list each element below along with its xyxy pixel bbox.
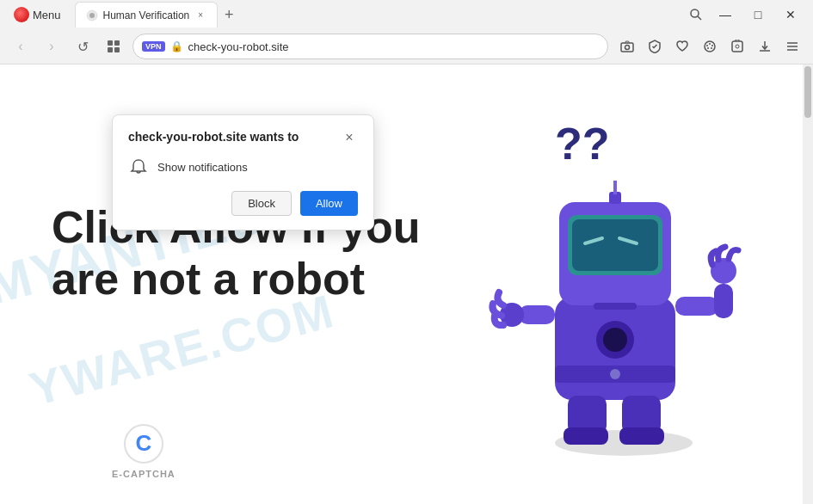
svg-rect-40 — [619, 427, 664, 445]
tab-close-button[interactable]: × — [194, 9, 206, 22]
url-bar[interactable]: VPN 🔒 check-you-robot.site — [132, 34, 608, 59]
active-tab[interactable]: Human Verification × — [75, 2, 219, 28]
svg-point-8 — [711, 45, 713, 46]
notification-icon — [128, 157, 149, 177]
svg-line-3 — [698, 16, 701, 20]
main-menu-button[interactable] — [780, 34, 804, 58]
vpn-badge: VPN — [142, 41, 165, 52]
reload-button[interactable]: ↺ — [71, 34, 95, 58]
scrollbar[interactable] — [803, 65, 813, 504]
downloads-button[interactable] — [753, 34, 777, 58]
opera-logo-icon — [14, 7, 29, 22]
tab-bar: Human Verification × + — [75, 0, 684, 29]
robot-illustration: ?? — [486, 99, 761, 460]
tab-title: Human Verification — [103, 9, 190, 22]
new-tab-button[interactable]: + — [218, 3, 240, 26]
block-button[interactable]: Block — [231, 191, 292, 216]
popup-title: check-you-robot.site wants to — [128, 129, 299, 144]
svg-rect-27 — [572, 219, 658, 271]
opera-menu[interactable]: Menu — [7, 3, 68, 26]
svg-point-10 — [707, 47, 709, 49]
popup-notification-row: Show notifications — [128, 157, 358, 177]
svg-rect-35 — [714, 284, 733, 318]
browser-chrome: Menu Human Verification × + — [0, 0, 813, 65]
shield-icon — [648, 40, 662, 53]
page-content: MYANTIED YWARE.COM Click Allow if you ar… — [0, 65, 813, 504]
svg-point-42 — [610, 369, 620, 379]
maximize-button[interactable]: □ — [742, 2, 773, 28]
svg-rect-12 — [732, 41, 742, 52]
themes-button[interactable] — [698, 34, 722, 58]
svg-rect-38 — [564, 427, 608, 445]
notification-popup: check-you-robot.site wants to × Show not… — [112, 114, 374, 230]
forward-button[interactable]: › — [40, 34, 64, 58]
address-bar: ‹ › ↺ VPN 🔒 check-you-robot.site — [0, 29, 813, 64]
camera-icon — [620, 40, 634, 53]
svg-rect-32 — [519, 305, 555, 324]
extensions-button[interactable] — [725, 34, 749, 58]
extensions-icon — [730, 40, 744, 53]
heart-icon — [675, 40, 689, 53]
minimize-button[interactable]: — — [710, 2, 741, 28]
svg-text:??: ?? — [555, 119, 610, 169]
url-text: check-you-robot.site — [188, 40, 599, 53]
ecaptcha-logo-icon: C — [122, 422, 165, 465]
popup-header: check-you-robot.site wants to × — [128, 129, 358, 146]
svg-point-11 — [711, 47, 712, 49]
title-bar: Menu Human Verification × + — [0, 0, 813, 29]
speed-dial-button[interactable] — [102, 34, 126, 58]
robot-svg: ?? — [486, 99, 761, 460]
svg-point-5 — [625, 46, 630, 50]
camera-button[interactable] — [615, 34, 639, 58]
browser-search-button[interactable] — [684, 3, 708, 27]
shield-button[interactable] — [643, 34, 667, 58]
svg-text:C: C — [136, 430, 152, 456]
popup-buttons: Block Allow — [128, 191, 358, 216]
ecaptcha-section: C E-CAPTCHA — [112, 422, 176, 479]
svg-point-9 — [709, 43, 711, 45]
tab-favicon-icon — [86, 9, 98, 22]
window-controls: — □ ✕ — [684, 2, 806, 28]
svg-point-1 — [89, 13, 95, 18]
lock-icon: 🔒 — [170, 40, 183, 52]
download-icon — [758, 40, 772, 53]
svg-rect-31 — [613, 181, 617, 194]
menu-icon — [785, 40, 799, 53]
svg-point-13 — [736, 45, 739, 48]
palette-icon — [703, 40, 717, 53]
svg-rect-34 — [675, 297, 718, 316]
popup-close-button[interactable]: × — [341, 129, 358, 146]
ecaptcha-label: E-CAPTCHA — [112, 469, 176, 479]
svg-point-2 — [691, 9, 699, 17]
svg-rect-4 — [621, 43, 633, 52]
svg-point-7 — [706, 45, 708, 46]
notification-text: Show notifications — [157, 161, 248, 174]
grid-icon — [108, 40, 120, 52]
search-icon — [689, 8, 703, 22]
allow-button[interactable]: Allow — [300, 191, 358, 216]
scrollbar-thumb[interactable] — [804, 66, 811, 118]
menu-label: Menu — [33, 9, 61, 22]
svg-point-6 — [705, 41, 715, 52]
close-button[interactable]: ✕ — [775, 2, 806, 28]
bell-icon — [130, 158, 147, 175]
svg-rect-41 — [594, 303, 637, 310]
back-button[interactable]: ‹ — [9, 34, 33, 58]
svg-point-36 — [711, 258, 736, 284]
toolbar-icons — [615, 34, 804, 58]
svg-point-24 — [603, 328, 627, 352]
favorites-button[interactable] — [670, 34, 694, 58]
